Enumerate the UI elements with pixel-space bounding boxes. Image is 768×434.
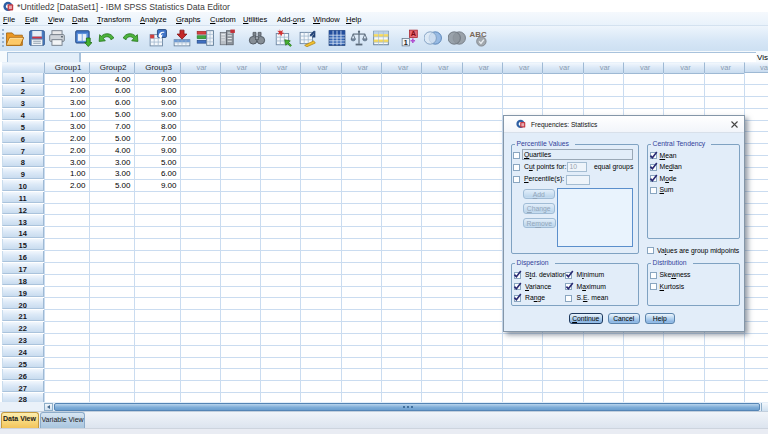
svg-text:1: 1 — [404, 38, 408, 47]
svg-text:A: A — [411, 29, 417, 38]
